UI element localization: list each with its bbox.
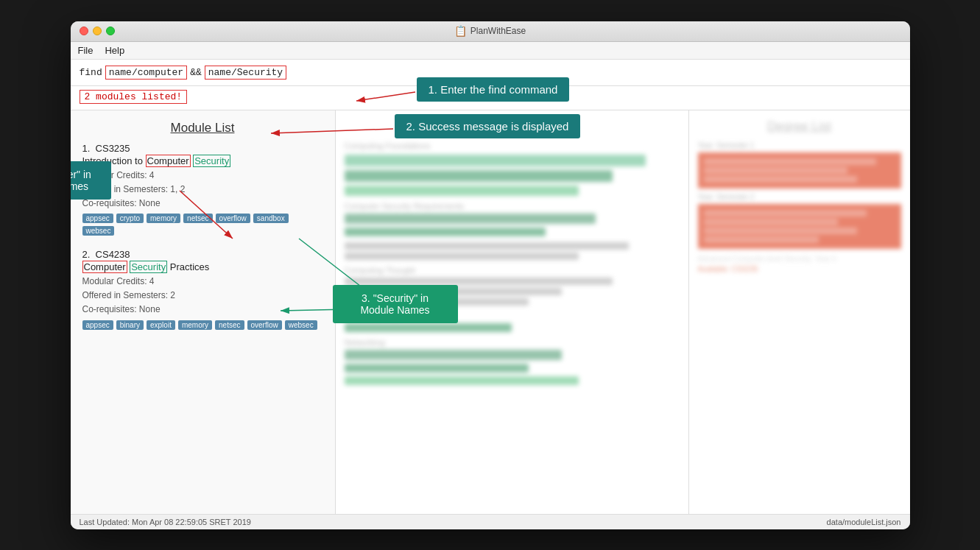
module-2-credits: Modular Credits: 4: [82, 275, 323, 289]
module-entry-2: 2. CS4238 Computer Security Practices Mo…: [82, 249, 323, 330]
module-2-corequisites: Co-requisites: None: [82, 303, 323, 317]
tag-appsec: appsec: [82, 214, 113, 223]
module-2-fullname: Computer Security Practices: [82, 261, 323, 272]
module-entry-1: 1. CS3235 Introduction to Computer Secur…: [82, 143, 323, 236]
main-content: Module List 1. CS3235 Introduction to Co…: [71, 110, 910, 514]
tag2-exploit: exploit: [147, 320, 175, 330]
annotation-step1: 1. Enter the find command: [417, 77, 570, 102]
module-1-number: 1. CS3235: [82, 143, 323, 154]
annotation-step3-computer: 3. "Computer" inModule Names: [71, 161, 111, 200]
module-2-number: 2. CS4238: [82, 249, 323, 260]
menu-file[interactable]: File: [78, 45, 94, 56]
cmd-box-2[interactable]: name/Security: [205, 66, 286, 80]
footer-left: Last Updated: Mon Apr 08 22:59:05 SRET 2…: [80, 518, 251, 526]
tag-memory: memory: [147, 214, 180, 223]
tag2-netsec: netsec: [215, 320, 244, 330]
window-title: 📋 PlanWithEase: [454, 25, 526, 37]
cmd-find-label: find: [80, 67, 102, 78]
annotation-step2: 2. Success message is displayed: [395, 114, 581, 138]
module-1-semesters: Offered in Semesters: 1, 2: [82, 183, 323, 197]
module-1-credits: Modular Credits: 4: [82, 169, 323, 183]
degree-list-panel: Degree List Year: Semester 1 Year: Semes…: [689, 110, 910, 514]
cmd-box-1[interactable]: name/computer: [105, 66, 187, 80]
cmd-separator: &&: [190, 67, 202, 78]
degree-item-1: [698, 152, 901, 188]
module-1-highlight-security: Security: [193, 155, 230, 167]
tag2-binary: binary: [116, 320, 144, 330]
degree-title: Degree List: [698, 119, 901, 134]
module-1-tags: appsec crypto memory netsec overflow san…: [82, 214, 323, 236]
tag2-appsec: appsec: [82, 320, 113, 330]
module-2-tags: appsec binary exploit memory netsec over…: [82, 320, 323, 330]
module-2-semesters: Offered in Semesters: 2: [82, 289, 323, 303]
status-message: 2 modules listed!: [80, 90, 188, 104]
footer: Last Updated: Mon Apr 08 22:59:05 SRET 2…: [71, 514, 910, 529]
minimize-button[interactable]: [93, 27, 102, 35]
module-list-title: Module List: [71, 110, 335, 143]
module-1-highlight-computer: Computer: [146, 155, 191, 167]
annotation-step3-security: 3. "Security" inModule Names: [333, 285, 458, 323]
module-1-corequisites: Co-requisites: None: [82, 197, 323, 211]
footer-right: data/moduleList.json: [827, 518, 901, 526]
app-icon: 📋: [454, 25, 467, 37]
tag-crypto: crypto: [116, 214, 144, 223]
menu-help[interactable]: Help: [105, 45, 124, 56]
module-2-highlight-computer: Computer: [82, 261, 127, 273]
tag-overflow: overflow: [216, 214, 250, 223]
tag2-websec: websec: [285, 320, 317, 330]
degree-item-2: [698, 204, 901, 249]
right-panel-content: Degree List Year: Semester 1 Year: Semes…: [689, 110, 910, 282]
tag-netsec: netsec: [183, 214, 212, 223]
tag2-overflow: overflow: [247, 320, 282, 330]
traffic-lights: [80, 27, 115, 35]
middle-panel-content: Department Categories Computing Foundati…: [336, 110, 688, 398]
menu-bar: File Help: [71, 42, 910, 60]
title-bar: 📋 PlanWithEase: [71, 21, 910, 42]
tag2-memory: memory: [178, 320, 212, 330]
tag-sandbox: sandbox: [253, 214, 289, 223]
maximize-button[interactable]: [106, 27, 115, 35]
main-window: 📋 PlanWithEase File Help find name/compu…: [71, 21, 910, 529]
module-1-fullname: Introduction to Computer Security: [82, 155, 323, 166]
tag-websec: websec: [82, 226, 115, 236]
module-2-highlight-security: Security: [130, 261, 167, 273]
close-button[interactable]: [80, 27, 88, 35]
